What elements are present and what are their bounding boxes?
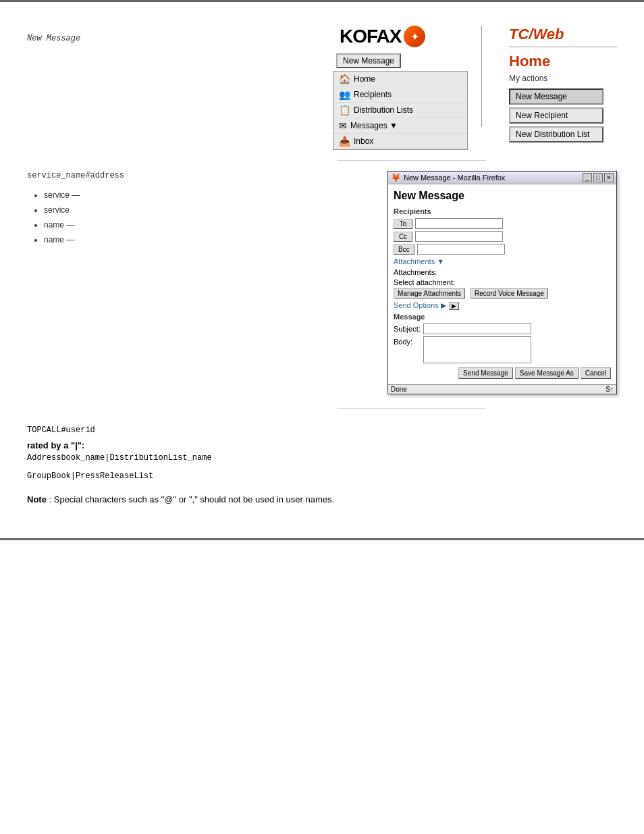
address-format: service_name#address [27, 171, 289, 180]
firefox-statusbar: Done S↑ [388, 384, 616, 394]
bcc-button[interactable]: Bcc [394, 244, 414, 255]
subject-row: Subject: [394, 323, 611, 334]
attachments-row: Attachments ▼ [394, 257, 611, 265]
my-actions-label: My actions [509, 74, 547, 83]
note-section: Note : Special characters such as "@" or… [27, 494, 617, 504]
nav-label-distribution-lists: Distribution Lists [354, 105, 413, 115]
cc-input[interactable] [415, 231, 503, 242]
section-divider-1 [338, 160, 486, 161]
firefox-restore[interactable]: □ [593, 173, 603, 182]
nav-label-home: Home [354, 74, 375, 84]
bullet-item-4: name — [44, 235, 289, 244]
right-panel: TC/Web Home My actions New Message New R… [495, 26, 617, 145]
firefox-minimize[interactable]: _ [583, 173, 592, 182]
nav-item-home[interactable]: 🏠 Home [333, 72, 467, 87]
attachments-label: Attachments ▼ [394, 257, 444, 265]
status-icon: S↑ [606, 386, 614, 393]
groupbook-example: GroupBook|PressReleaseList [27, 471, 617, 481]
nav-item-recipients[interactable]: 👥 Recipients [333, 87, 467, 103]
cc-button[interactable]: Cc [394, 232, 412, 242]
to-row: To [394, 218, 611, 229]
section-divider-2 [338, 408, 486, 409]
tc-web-title: TC/Web [509, 26, 564, 43]
attachment-buttons: Manage Attachments Record Voice Message [394, 288, 611, 298]
record-voice-button[interactable]: Record Voice Message [471, 288, 548, 298]
nav-new-message-wrapper: New Message [333, 51, 404, 71]
bcc-row: Bcc [394, 244, 611, 255]
save-message-button[interactable]: Save Message As [515, 367, 579, 379]
firefox-title: New Message - Mozilla Firefox [404, 174, 505, 182]
firefox-body: New Message Recipients To Cc Bcc [388, 184, 616, 384]
groupbook-code: GroupBook|PressReleaseList [27, 471, 153, 481]
firefox-controls: _ □ ✕ [583, 173, 614, 182]
attachments-sub: Attachments: [394, 268, 611, 276]
subject-label: Subject: [394, 325, 421, 333]
body-textarea[interactable] [423, 336, 531, 363]
firefox-heading: New Message [394, 190, 611, 202]
cc-row: Cc [394, 231, 611, 242]
nav-item-inbox[interactable]: 📥 Inbox [333, 134, 467, 149]
to-button[interactable]: To [394, 219, 412, 229]
navigation-box: 🏠 Home 👥 Recipients 📋 Distribution Lists… [333, 71, 468, 150]
note-text: : Special characters such as "@" or "," … [49, 494, 335, 504]
home-title: Home [509, 53, 550, 70]
body-row: Body: [394, 336, 611, 363]
send-options-row: Send Options ▶ ▶ [394, 301, 611, 310]
bullet-item-3: name — [44, 220, 289, 230]
nav-item-messages[interactable]: ✉ Messages ▼ [333, 118, 467, 134]
distribution-lists-icon: 📋 [339, 105, 350, 115]
send-message-button[interactable]: Send Message [458, 367, 513, 379]
inbox-icon: 📥 [339, 136, 350, 147]
nav-label-messages: Messages ▼ [350, 121, 398, 130]
action-buttons-row: Send Message Save Message As Cancel [394, 367, 611, 379]
action-new-distribution-list-button[interactable]: New Distribution List [509, 126, 603, 142]
rated-text: rated by a "|": [27, 440, 617, 450]
manage-attachments-button[interactable]: Manage Attachments [394, 288, 465, 298]
cancel-button[interactable]: Cancel [581, 367, 611, 379]
note-prefix: Note [27, 494, 47, 504]
action-new-message-button[interactable]: New Message [509, 88, 603, 105]
kofax-icon [404, 26, 425, 47]
header-right: KOFAX New Message 🏠 Home 👥 Recipients [333, 26, 617, 150]
send-options-arrow[interactable]: ▶ [449, 302, 459, 310]
bottom-border [0, 538, 644, 540]
topcall-example: TOPCALL#userid [27, 425, 617, 435]
bcc-input[interactable] [417, 244, 505, 255]
screenshot-section: service_name#address service — service n… [27, 171, 617, 394]
send-options-label: Send Options ▶ [394, 301, 446, 310]
header-section: New Message KOFAX New Message 🏠 Home [27, 16, 617, 150]
message-label: Message [394, 313, 611, 321]
nav-label-recipients: Recipients [354, 90, 392, 99]
firefox-window: 🦊 New Message - Mozilla Firefox _ □ ✕ Ne… [387, 171, 617, 394]
bullet-item-1: service — [44, 190, 289, 200]
rated-label: rated by a "|": [27, 440, 84, 450]
action-new-recipient-button[interactable]: New Recipient [509, 107, 603, 124]
select-attachment-label: Select attachment: [394, 278, 455, 286]
logo-row: KOFAX [333, 26, 425, 47]
recipients-section-label: Recipients [394, 207, 611, 215]
body-label: Body: [394, 336, 421, 346]
nav-label-inbox: Inbox [354, 136, 373, 146]
bullet-item-2: service [44, 205, 289, 215]
kofax-logo: KOFAX [340, 26, 401, 47]
recipients-icon: 👥 [339, 89, 350, 100]
status-done: Done [391, 386, 407, 393]
home-icon: 🏠 [339, 74, 350, 84]
select-attachment-row: Select attachment: [394, 278, 611, 286]
firefox-close[interactable]: ✕ [604, 173, 614, 182]
vertical-divider [481, 26, 482, 127]
to-input[interactable] [415, 218, 503, 229]
addressbook-format: Addressbook_name|DistributionList_name [27, 453, 617, 463]
bullet-list: service — service name — name — [27, 190, 289, 244]
left-content: service_name#address service — service n… [27, 171, 302, 394]
messages-icon: ✉ [339, 120, 347, 131]
firefox-titlebar: 🦊 New Message - Mozilla Firefox _ □ ✕ [388, 172, 616, 184]
breadcrumb: New Message [27, 34, 80, 43]
subject-input[interactable] [423, 323, 531, 334]
text-section: TOPCALL#userid rated by a "|": Addressbo… [27, 419, 617, 511]
nav-item-distribution-lists[interactable]: 📋 Distribution Lists [333, 103, 467, 118]
nav-new-message-button[interactable]: New Message [336, 53, 401, 68]
message-section: Message Subject: Body: [394, 313, 611, 363]
logo-and-nav: KOFAX New Message 🏠 Home 👥 Recipients [333, 26, 468, 150]
